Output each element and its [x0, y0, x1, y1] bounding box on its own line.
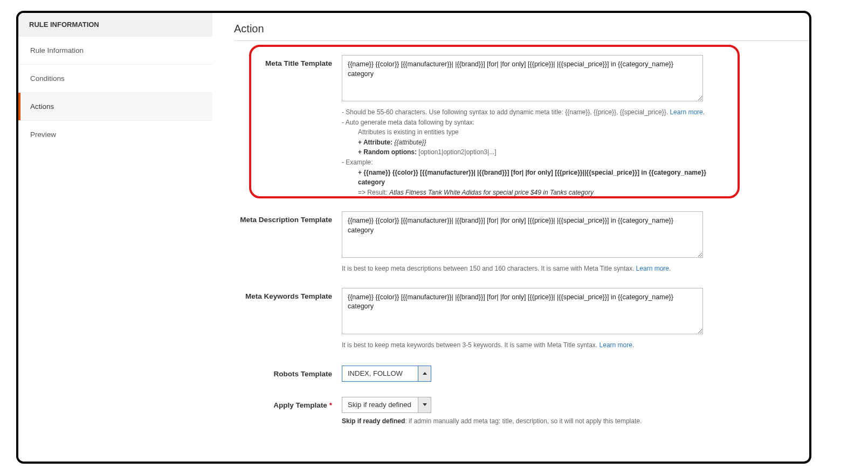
- apply-template-select-value: Skip if ready defined: [342, 401, 418, 409]
- learn-more-link[interactable]: Learn more: [670, 108, 702, 116]
- meta-keywords-input[interactable]: [342, 288, 703, 334]
- learn-more-link[interactable]: Learn more: [600, 341, 632, 349]
- meta-title-help: - Should be 55-60 characters. Use follow…: [342, 107, 708, 197]
- sidebar-item-preview[interactable]: Preview: [18, 120, 212, 148]
- sidebar: RULE INFORMATION Rule Information Condit…: [18, 13, 212, 462]
- meta-description-help: It is best to keep meta descriptions bet…: [342, 264, 708, 274]
- sidebar-item-rule-information[interactable]: Rule Information: [18, 36, 212, 64]
- robots-select-value: INDEX, FOLLOW: [342, 369, 418, 377]
- label-apply-template: Apply Template*: [234, 397, 342, 409]
- help-example-result: => Result: Atlas Fitness Tank White Adid…: [342, 188, 708, 198]
- label-meta-title: Meta Title Template: [234, 55, 342, 67]
- label-robots: Robots Template: [234, 366, 342, 378]
- chevron-down-icon: [418, 397, 431, 412]
- help-text: + Attribute: {{attribute}}: [342, 137, 708, 148]
- sidebar-item-conditions[interactable]: Conditions: [18, 64, 212, 92]
- learn-more-link[interactable]: Learn more: [636, 265, 669, 272]
- help-text: - Auto generate meta data following by s…: [342, 119, 474, 126]
- help-text: - Should be 55-60 characters. Use follow…: [342, 108, 670, 116]
- apply-template-select[interactable]: Skip if ready defined: [342, 397, 431, 413]
- robots-select[interactable]: INDEX, FOLLOW: [342, 366, 431, 382]
- required-star-icon: *: [329, 401, 332, 409]
- main-content: Action Meta Title Template - Should be 5…: [212, 13, 809, 462]
- sidebar-item-actions[interactable]: Actions: [18, 92, 212, 120]
- meta-keywords-help: It is best to keep meta keywords between…: [342, 340, 708, 350]
- help-text: It is best to keep meta keywords between…: [342, 341, 600, 349]
- label-meta-keywords: Meta Keywords Template: [234, 288, 342, 300]
- field-row-robots: Robots Template INDEX, FOLLOW: [234, 366, 809, 382]
- field-row-meta-description: Meta Description Template It is best to …: [234, 211, 809, 274]
- label-meta-description: Meta Description Template: [234, 211, 342, 224]
- meta-title-input[interactable]: [342, 55, 703, 101]
- help-text: It is best to keep meta descriptions bet…: [342, 265, 636, 272]
- chevron-up-icon: [418, 366, 431, 381]
- sidebar-item-label: Preview: [30, 130, 56, 139]
- help-text: Attributes is existing in entities type: [342, 127, 708, 137]
- field-row-meta-title: Meta Title Template - Should be 55-60 ch…: [234, 55, 809, 197]
- sidebar-item-label: Actions: [30, 102, 54, 111]
- field-row-meta-keywords: Meta Keywords Template It is best to kee…: [234, 288, 809, 350]
- help-text: - Example:: [342, 159, 373, 166]
- help-text: + Random options: [option1|option2|optio…: [342, 147, 708, 157]
- help-example-template: + {{name}} {{color}} [{{manufacturer}}| …: [342, 168, 708, 188]
- sidebar-header: RULE INFORMATION: [18, 13, 212, 36]
- field-row-apply-template: Apply Template* Skip if ready defined Sk…: [234, 397, 809, 425]
- sidebar-item-label: Conditions: [30, 74, 65, 82]
- section-title: Action: [234, 23, 809, 41]
- sidebar-item-label: Rule Information: [30, 46, 84, 54]
- meta-description-input[interactable]: [342, 211, 703, 258]
- apply-template-note: Skip if ready defined: if admin manually…: [342, 417, 745, 425]
